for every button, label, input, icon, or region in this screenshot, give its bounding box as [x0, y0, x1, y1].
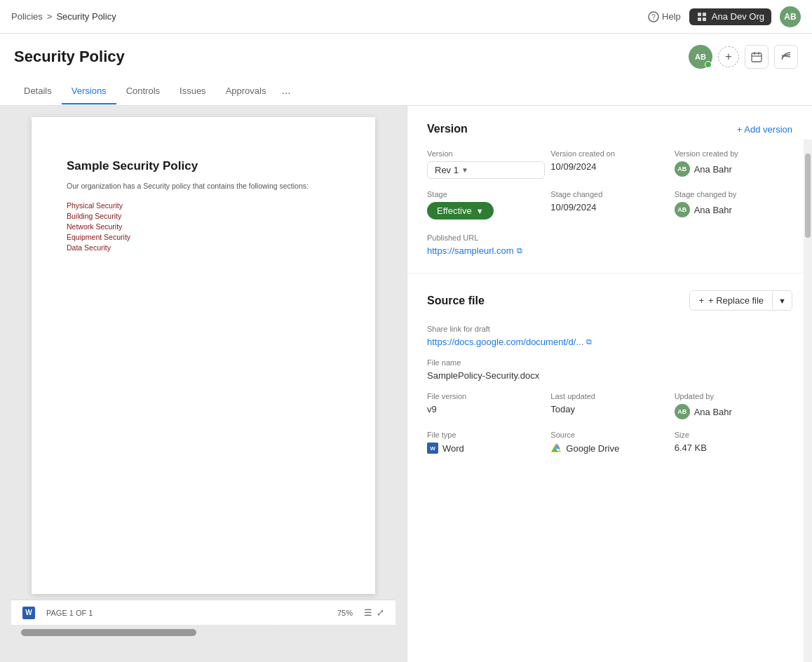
- list-item: Equipment Security: [67, 233, 340, 241]
- file-name-value: SamplePolicy-Security.docx: [427, 370, 792, 381]
- list-item: Network Security: [67, 222, 340, 231]
- tab-bar: Details Versions Controls Issues Approva…: [14, 77, 798, 105]
- list-item: Physical Security: [67, 201, 340, 210]
- breadcrumb-current: Security Policy: [56, 11, 116, 22]
- svg-text:?: ?: [651, 13, 656, 21]
- org-label: Ana Dev Org: [712, 11, 764, 22]
- share-link-external-icon: ⧉: [586, 337, 592, 346]
- last-updated-label: Last updated: [550, 392, 668, 400]
- version-section: Version + Add version Version Rev 1 ▼ V: [407, 106, 812, 273]
- breadcrumb: Policies > Security Policy: [11, 11, 116, 22]
- view-mode-icon[interactable]: ☰: [364, 607, 372, 618]
- stage-changed-by-field: Stage changed by AB Ana Bahr: [675, 190, 792, 219]
- updated-by-value: Ana Bahr: [694, 407, 732, 417]
- replace-file-btn-group: + + Replace file ▼: [689, 290, 792, 311]
- stage-field: Stage Effective ▼: [427, 190, 545, 219]
- last-updated-field: Last updated Today: [550, 392, 668, 419]
- header-actions: AB +: [689, 45, 798, 69]
- org-button[interactable]: Ana Dev Org: [689, 8, 771, 25]
- list-item: Building Security: [67, 212, 340, 220]
- external-link-icon: ⧉: [517, 246, 522, 255]
- user-avatar-header[interactable]: AB: [689, 45, 712, 69]
- user-avatar[interactable]: AB: [780, 6, 801, 27]
- file-type-cell: W Word: [427, 443, 545, 454]
- help-icon: ?: [648, 11, 659, 22]
- calendar-icon: [751, 51, 762, 62]
- updated-by-field: Updated by AB Ana Bahr: [675, 392, 792, 419]
- version-field: Version Rev 1 ▼: [427, 149, 545, 179]
- size-label: Size: [675, 431, 792, 439]
- published-url-label: Published URL: [427, 234, 792, 242]
- stage-changed-field: Stage changed 10/09/2024: [550, 190, 668, 219]
- source-field: Source Google Drive: [550, 431, 668, 454]
- tab-versions[interactable]: Versions: [62, 79, 116, 104]
- updated-by-avatar: AB: [675, 404, 690, 419]
- source-label: Source: [550, 431, 668, 439]
- document-footer: W PAGE 1 OF 1 75% ☰ ⤢: [11, 600, 395, 625]
- tab-controls[interactable]: Controls: [116, 79, 170, 104]
- expand-icon[interactable]: ⤢: [377, 607, 384, 618]
- stage-changed-by-avatar: AB: [675, 202, 690, 217]
- top-nav-right: ? Help Ana Dev Org AB: [648, 6, 801, 27]
- version-dropdown[interactable]: Rev 1 ▼: [427, 161, 545, 179]
- tab-more[interactable]: ...: [276, 77, 296, 105]
- horizontal-scrollbar[interactable]: [21, 628, 273, 637]
- add-collaborator-button[interactable]: +: [718, 46, 739, 67]
- version-value: Rev 1: [435, 165, 459, 175]
- word-icon: W: [22, 607, 35, 619]
- share-link-field: Share link for draft https://docs.google…: [427, 325, 792, 347]
- footer-icons: ☰ ⤢: [364, 607, 384, 618]
- right-panel: Version + Add version Version Rev 1 ▼ V: [407, 106, 812, 662]
- document-title: Sample Security Policy: [67, 159, 340, 173]
- word-file-icon: W: [427, 443, 438, 454]
- last-updated-value: Today: [550, 404, 668, 414]
- feed-icon-button[interactable]: [774, 45, 798, 69]
- replace-file-dropdown-button[interactable]: ▼: [772, 292, 792, 309]
- version-created-by-label: Version created by: [675, 149, 792, 158]
- zoom-info: 75%: [337, 609, 353, 617]
- file-type-field: File type W Word: [427, 431, 545, 454]
- version-section-header: Version + Add version: [427, 123, 792, 135]
- tab-details[interactable]: Details: [14, 79, 62, 104]
- calendar-icon-button[interactable]: [745, 45, 769, 69]
- stage-dropdown-icon: ▼: [476, 207, 484, 215]
- stage-value: Effective: [437, 205, 472, 216]
- file-version-field: File version v9: [427, 392, 545, 419]
- scrollbar-thumb[interactable]: [805, 154, 811, 238]
- stage-changed-value: 10/09/2024: [550, 202, 668, 212]
- page-info: PAGE 1 OF 1: [46, 609, 93, 617]
- stage-badge[interactable]: Effective ▼: [427, 202, 494, 219]
- source-file-section: Source file + + Replace file ▼ Share lin…: [407, 273, 812, 471]
- document-sections-list: Physical Security Building Security Netw…: [67, 201, 340, 252]
- document-page: Sample Security Policy Our organization …: [32, 117, 375, 594]
- add-version-button[interactable]: + Add version: [737, 124, 792, 135]
- version-created-on-field: Version created on 10/09/2024: [550, 149, 668, 179]
- replace-file-button[interactable]: + + Replace file: [690, 291, 772, 310]
- breadcrumb-policies[interactable]: Policies: [11, 11, 43, 22]
- tab-issues[interactable]: Issues: [170, 79, 216, 104]
- help-button[interactable]: ? Help: [648, 11, 681, 22]
- version-created-by-cell: AB Ana Bahr: [675, 161, 792, 177]
- svg-rect-3: [703, 13, 706, 16]
- version-section-title: Version: [427, 123, 468, 135]
- right-scrollbar[interactable]: [804, 140, 812, 662]
- horizontal-scrollbar-thumb[interactable]: [21, 629, 196, 636]
- svg-rect-4: [698, 18, 701, 21]
- tab-approvals[interactable]: Approvals: [216, 79, 276, 104]
- source-grid: File version v9 Last updated Today Updat…: [427, 392, 792, 454]
- size-value: 6.47 KB: [675, 443, 792, 453]
- file-type-value: Word: [442, 443, 464, 454]
- share-link-value[interactable]: https://docs.google.com/document/d/...: [427, 337, 583, 347]
- breadcrumb-separator: >: [47, 11, 53, 22]
- version-created-by-avatar: AB: [675, 161, 690, 177]
- dropdown-arrow-icon: ▼: [461, 166, 468, 174]
- file-type-label: File type: [427, 431, 545, 439]
- published-url-value: https://sampleurl.com: [427, 245, 514, 256]
- version-grid: Version Rev 1 ▼ Version created on 10/09…: [427, 149, 792, 219]
- published-url-link[interactable]: https://sampleurl.com ⧉: [427, 245, 792, 256]
- feed-icon: [780, 51, 792, 62]
- stage-changed-by-cell: AB Ana Bahr: [675, 202, 792, 217]
- version-created-by-value: Ana Bahr: [694, 164, 732, 175]
- content-area: Sample Security Policy Our organization …: [0, 106, 812, 662]
- stage-changed-by-value: Ana Bahr: [694, 205, 732, 215]
